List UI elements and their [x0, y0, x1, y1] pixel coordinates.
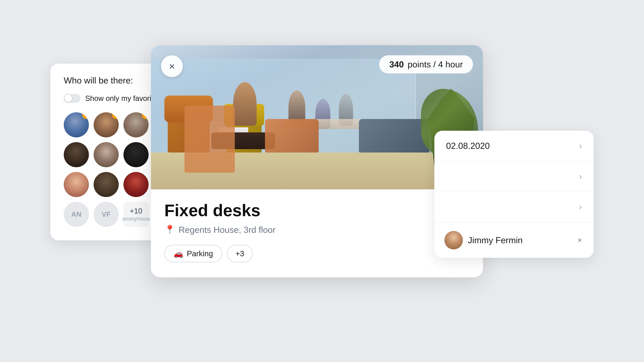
- points-label: points / 4 hour: [408, 59, 463, 69]
- more-label: +3: [236, 249, 244, 258]
- amenity-row: 🚗 Parking +3: [164, 245, 470, 262]
- avatar-cell-5[interactable]: [64, 142, 89, 167]
- chevron-icon-2: ›: [579, 171, 582, 181]
- parking-label: Parking: [187, 249, 213, 258]
- close-button[interactable]: ×: [161, 55, 183, 77]
- avatar-cell-2[interactable]: ★: [94, 112, 119, 137]
- main-card: × 340 points / 4 hour Fixed desks 📍 Rege…: [151, 45, 483, 277]
- chevron-icon-3: ›: [579, 202, 582, 212]
- close-icon: ×: [169, 60, 175, 72]
- date-row-1[interactable]: 02.08.2020 ›: [434, 131, 594, 161]
- avatar-cell-11[interactable]: [124, 172, 148, 197]
- avatar-cell-3[interactable]: ★: [124, 112, 148, 137]
- armchair-back: [164, 95, 213, 122]
- favorites-toggle-label: Show only my favorites: [85, 94, 161, 103]
- anonymous-count-cell: +10 anonymous: [124, 202, 148, 227]
- more-amenities[interactable]: +3: [227, 245, 253, 262]
- chevron-icon-1: ›: [579, 141, 582, 151]
- person-seated: [233, 82, 256, 126]
- location-text: Regents House, 3rd floor: [178, 225, 276, 235]
- room-image: × 340 points / 4 hour: [151, 45, 483, 189]
- person-close-button[interactable]: ×: [576, 234, 584, 246]
- parking-amenity[interactable]: 🚗 Parking: [164, 245, 222, 262]
- date-1: 02.08.2020: [446, 141, 490, 151]
- location-icon: 📍: [164, 225, 175, 235]
- person-avatar: [444, 231, 463, 249]
- right-card: 02.08.2020 › › › Jimmy Fermin ×: [434, 131, 594, 258]
- person-row: Jimmy Fermin ×: [434, 222, 594, 258]
- anonymous-label: anonymous: [122, 216, 150, 222]
- parking-icon: 🚗: [174, 249, 183, 258]
- date-row-3[interactable]: ›: [434, 192, 594, 222]
- date-row-2[interactable]: ›: [434, 161, 594, 192]
- points-value: 340: [389, 59, 404, 69]
- avatar-initials-an[interactable]: AN: [64, 202, 89, 227]
- points-badge: 340 points / 4 hour: [379, 55, 473, 73]
- desk-title: Fixed desks: [164, 201, 470, 220]
- avatar-cell-10[interactable]: [94, 172, 119, 197]
- avatar-cell-7[interactable]: [124, 142, 148, 167]
- avatar-initials-vf[interactable]: VF: [94, 202, 119, 227]
- book-on-table: [218, 127, 248, 132]
- avatar-cell-1[interactable]: ★: [64, 112, 89, 137]
- avatar-cell-6[interactable]: [94, 142, 119, 167]
- sofa-orange: [265, 119, 319, 152]
- card-content: Fixed desks 📍 Regents House, 3rd floor 🚗…: [151, 189, 483, 277]
- person-avatar-image: [444, 231, 463, 249]
- person-name: Jimmy Fermin: [468, 235, 571, 245]
- location-row: 📍 Regents House, 3rd floor: [164, 225, 470, 235]
- sofa-dark: [359, 119, 429, 152]
- floor: [151, 152, 483, 189]
- favorites-toggle[interactable]: [64, 94, 80, 103]
- avatar-cell-9[interactable]: [64, 172, 89, 197]
- anonymous-count: +10: [130, 207, 142, 216]
